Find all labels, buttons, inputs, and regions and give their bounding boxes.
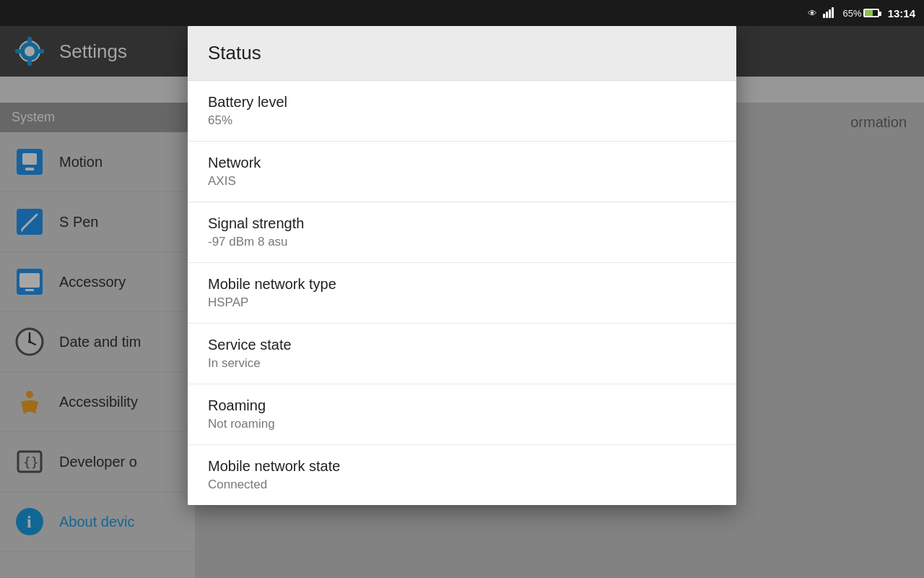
svg-rect-2 [829, 9, 831, 18]
dialog-item-battery-level: Battery level 65% [188, 81, 736, 142]
roaming-value: Not roaming [208, 417, 716, 431]
dialog-item-mobile-network-type: Mobile network type HSPAP [188, 263, 736, 324]
dialog-item-roaming: Roaming Not roaming [188, 384, 736, 445]
svg-rect-3 [832, 7, 834, 18]
mobile-network-type-label: Mobile network type [208, 276, 716, 293]
dialog-title: Status [208, 42, 261, 64]
network-label: Network [208, 155, 716, 171]
status-dialog: Status Battery level 65% Network AXIS Si… [188, 26, 736, 505]
service-state-value: In service [208, 356, 716, 371]
svg-rect-0 [823, 14, 825, 18]
battery-level-label: Battery level [208, 94, 716, 111]
mobile-network-state-value: Connected [208, 478, 716, 492]
dialog-item-mobile-network-state: Mobile network state Connected [188, 445, 736, 505]
dialog-body: Battery level 65% Network AXIS Signal st… [188, 81, 736, 505]
battery-fill [865, 10, 873, 16]
signal-strength-value: -97 dBm 8 asu [208, 235, 716, 249]
eye-icon: 👁 [808, 8, 817, 19]
clock: 13:14 [888, 7, 915, 20]
mobile-network-type-value: HSPAP [208, 296, 716, 310]
roaming-label: Roaming [208, 397, 716, 414]
dialog-header: Status [188, 26, 736, 81]
dialog-item-network: Network AXIS [188, 142, 736, 202]
status-bar: 👁 65% 13:14 [0, 0, 924, 26]
mobile-network-state-label: Mobile network state [208, 458, 716, 475]
battery-indicator: 65% [843, 8, 879, 19]
network-value: AXIS [208, 174, 716, 189]
battery-level-value: 65% [208, 113, 716, 128]
dialog-item-service-state: Service state In service [188, 324, 736, 384]
battery-percent: 65% [843, 8, 862, 19]
signal-strength-label: Signal strength [208, 215, 716, 232]
svg-rect-1 [826, 12, 828, 18]
battery-box [863, 9, 879, 17]
signal-icon [823, 7, 837, 20]
service-state-label: Service state [208, 337, 716, 353]
dialog-item-signal-strength: Signal strength -97 dBm 8 asu [188, 202, 736, 263]
